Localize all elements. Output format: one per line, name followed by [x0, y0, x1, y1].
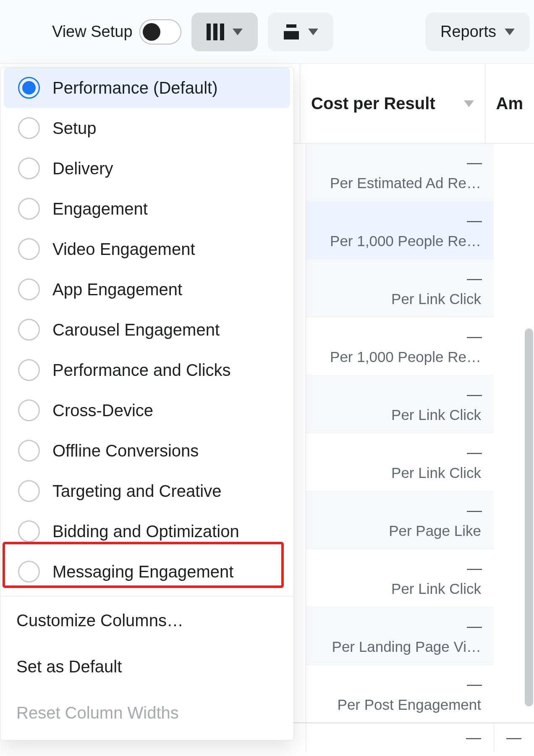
breakdown-button[interactable]	[268, 13, 333, 51]
reports-button[interactable]: Reports	[425, 13, 530, 51]
cell-cost-per-result[interactable]: —Per Link Click	[306, 549, 494, 607]
cell-value: —	[467, 444, 481, 461]
preset-label: Targeting and Creative	[52, 482, 221, 501]
preset-radio-item[interactable]: Engagement	[4, 189, 290, 229]
cell-subtext: Per Link Click	[391, 407, 481, 423]
summary-amount: —	[494, 723, 534, 752]
view-setup-toggle-group: View Setup	[52, 19, 181, 45]
caret-down-icon	[308, 29, 318, 35]
column-header-amount-spent[interactable]: Am	[485, 64, 534, 143]
cell-cost-per-result[interactable]: —Per 1,000 People Re…	[306, 202, 494, 260]
set-as-default-action[interactable]: Set as Default	[4, 644, 290, 689]
cell-value: —	[467, 154, 481, 171]
radio-icon	[18, 520, 40, 542]
breakdown-icon	[283, 24, 300, 40]
cell-cost-per-result[interactable]: —Per Post Engagement	[306, 665, 494, 723]
cell-subtext: Per Landing Page Vi…	[332, 638, 481, 655]
preset-radio-item[interactable]: Offline Conversions	[4, 430, 290, 471]
radio-icon	[18, 238, 40, 260]
preset-radio-item[interactable]: Targeting and Creative	[4, 471, 290, 511]
summary-cost-per-result: —	[306, 723, 494, 752]
radio-icon	[18, 117, 40, 139]
preset-radio-item[interactable]: Cross-Device	[4, 390, 290, 430]
columns-button[interactable]	[191, 13, 258, 51]
cell-value: —	[467, 617, 481, 635]
column-header-label: Cost per Result	[311, 94, 435, 113]
preset-radio-item[interactable]: Performance and Clicks	[4, 350, 290, 390]
preset-label: Cross-Device	[52, 401, 153, 420]
cell-value: —	[467, 212, 481, 229]
cell-subtext: Per Estimated Ad Re…	[330, 175, 481, 192]
cell-subtext: Per Post Engagement	[338, 696, 481, 713]
radio-icon	[18, 278, 40, 300]
column-header-label: Am	[496, 94, 523, 113]
cell-value: —	[467, 386, 481, 403]
cell-cost-per-result[interactable]: —Per 1,000 People Re…	[306, 318, 494, 375]
cell-cost-per-result[interactable]: —Per Link Click	[306, 433, 494, 491]
preset-label: Performance (Default)	[52, 79, 217, 97]
view-setup-label: View Setup	[52, 23, 133, 41]
customize-columns-action[interactable]: Customize Columns…	[4, 598, 290, 643]
preset-label: Engagement	[52, 200, 148, 218]
preset-radio-item[interactable]: Performance (Default)	[4, 68, 290, 108]
radio-icon	[18, 319, 40, 341]
preset-label: Offline Conversions	[52, 441, 199, 460]
cell-subtext: Per Link Click	[391, 580, 481, 597]
toolbar: View Setup Reports	[0, 0, 534, 64]
preset-radio-item[interactable]: Video Engagement	[4, 229, 290, 269]
cell-value: —	[467, 501, 481, 519]
cell-value: —	[467, 328, 481, 345]
radio-icon	[18, 561, 40, 583]
preset-radio-item[interactable]: Carousel Engagement	[4, 310, 290, 350]
preset-label: Carousel Engagement	[52, 320, 220, 339]
cell-value: —	[467, 559, 481, 577]
cell-subtext: Per Link Click	[391, 465, 481, 481]
preset-radio-item[interactable]: Bidding and Optimization	[4, 511, 290, 551]
caret-down-icon	[505, 29, 515, 35]
preset-label: Performance and Clicks	[52, 361, 231, 380]
preset-radio-item[interactable]: Setup	[4, 108, 290, 148]
preset-label: Video Engagement	[52, 240, 195, 259]
table-body: —Per Estimated Ad Re…—Per 1,000 People R…	[306, 144, 534, 756]
caret-down-icon	[233, 29, 243, 35]
preset-label: Messaging Engagement	[52, 562, 233, 581]
preset-radio-item[interactable]: Delivery	[4, 148, 290, 189]
cell-cost-per-result[interactable]: —Per Estimated Ad Re…	[306, 144, 494, 202]
cell-cost-per-result[interactable]: —Per Landing Page Vi…	[306, 607, 494, 665]
preset-label: Setup	[52, 119, 97, 138]
cell-value: —	[467, 270, 481, 287]
columns-icon	[207, 24, 224, 40]
columns-dropdown-menu: Performance (Default)SetupDeliveryEngage…	[0, 67, 294, 740]
column-header-cost-per-result[interactable]: Cost per Result	[300, 64, 484, 143]
cell-subtext: Per Page Like	[389, 522, 481, 539]
radio-icon	[18, 77, 40, 99]
reports-label: Reports	[440, 23, 496, 41]
cell-cost-per-result[interactable]: —Per Link Click	[306, 260, 494, 318]
cell-cost-per-result[interactable]: —Per Link Click	[306, 375, 494, 433]
sort-caret-icon	[464, 100, 474, 107]
radio-icon	[18, 480, 40, 502]
cell-subtext: Per 1,000 People Re…	[330, 349, 481, 365]
preset-radio-item[interactable]: App Engagement	[4, 269, 290, 310]
radio-icon	[18, 359, 40, 381]
menu-divider	[0, 596, 293, 596]
preset-radio-item[interactable]: Messaging Engagement	[4, 551, 290, 592]
radio-icon	[18, 158, 40, 179]
cell-subtext: Per 1,000 People Re…	[330, 233, 481, 249]
radio-icon	[18, 440, 40, 462]
cell-value: —	[467, 675, 481, 693]
scrollbar-thumb[interactable]	[525, 328, 533, 706]
cell-subtext: Per Link Click	[391, 291, 481, 307]
preset-label: Delivery	[52, 159, 113, 178]
preset-label: Bidding and Optimization	[52, 522, 239, 541]
cell-cost-per-result[interactable]: —Per Page Like	[306, 491, 494, 549]
reset-column-widths-action[interactable]: Reset Column Widths	[4, 690, 290, 735]
radio-icon	[18, 198, 40, 220]
preset-label: App Engagement	[52, 280, 182, 299]
radio-icon	[18, 399, 40, 421]
view-setup-toggle[interactable]	[139, 19, 181, 45]
